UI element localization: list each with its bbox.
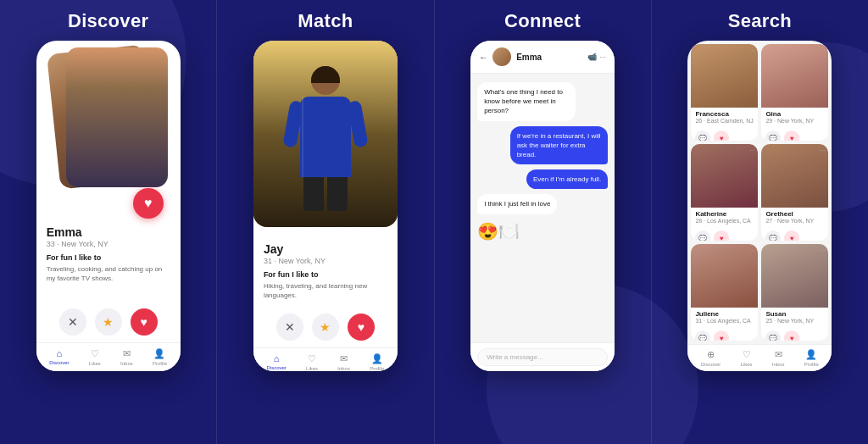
search-card-3-info: Katherine 28 · Los Angeles, CA [691, 208, 758, 228]
msg-emoji: 😍🍽️ [477, 219, 520, 243]
nav-profile[interactable]: 👤 Profile [153, 348, 167, 366]
search-nav-likes[interactable]: ♡ Likes [741, 349, 753, 367]
video-icon[interactable]: 📹 [587, 53, 597, 61]
search-card-2: ··· Gina 29 · New York, NY 💬 ♥ [761, 44, 828, 141]
connect-section: Connect ← Emma 📹 ··· What's one thing I … [435, 0, 651, 444]
discover-section: Discover ♥ Emma 33 · New York, NY For fu… [0, 0, 216, 444]
home-icon: ⌂ [57, 348, 63, 358]
nav-inbox-label: Inbox [120, 361, 133, 366]
search-card-2-actions: 💬 ♥ [761, 128, 828, 141]
search-card-6-dots[interactable]: ··· [820, 247, 826, 254]
search-card-4-age: 27 · New York, NY [765, 218, 824, 224]
card2-chat-btn[interactable]: 💬 [765, 130, 781, 141]
connect-title: Connect [504, 10, 581, 32]
search-grid: ··· Francesca 26 · East Camden, NJ 💬 ♥ ·… [687, 41, 832, 344]
match-tagline: For fun I like to [264, 270, 387, 279]
figure-leg-left [303, 177, 324, 211]
card3-chat-btn[interactable]: 💬 [695, 230, 710, 241]
match-nav-profile[interactable]: 👤 Profile [370, 353, 384, 371]
match-phone: Jay 31 · New York, NY For fun I like to … [253, 41, 398, 371]
search-nav-inbox[interactable]: ✉ Inbox [772, 349, 785, 367]
profile-age-location: 33 · New York, NY [47, 240, 170, 248]
search-card-4-dots[interactable]: ··· [820, 147, 826, 154]
discover-title: Discover [68, 10, 148, 32]
search-nav-profile[interactable]: 👤 Profile [804, 349, 819, 367]
search-section: Search ··· Francesca 26 · East Camden, N… [652, 0, 868, 444]
figure-head [311, 66, 340, 95]
card6-heart-btn[interactable]: ♥ [784, 330, 799, 341]
figure-legs [292, 177, 359, 211]
heart-button[interactable]: ♥ [133, 188, 164, 219]
search-inbox-icon: ✉ [775, 349, 782, 360]
chat-messages: What's one thing I need to know before w… [470, 74, 615, 342]
match-nav-inbox[interactable]: ✉ Inbox [337, 353, 350, 371]
search-card-5-age: 31 · Los Angeles, CA [695, 318, 754, 324]
match-like-button[interactable]: ♥ [348, 314, 375, 341]
search-nav-discover-label: Discover [701, 362, 721, 367]
card1-heart-btn[interactable]: ♥ [714, 130, 729, 141]
match-nav-likes[interactable]: ♡ Likes [306, 353, 318, 371]
match-nav-profile-label: Profile [370, 366, 384, 371]
match-home-icon: ⌂ [274, 353, 280, 364]
search-profile-icon: 👤 [805, 349, 817, 360]
search-card-6-name: Susan [765, 310, 824, 318]
chat-dots-icon[interactable]: ··· [600, 53, 607, 61]
chat-action-icons: 📹 ··· [587, 53, 607, 61]
msg-4: I think I just fell in love [477, 194, 557, 214]
search-card-2-img [761, 44, 828, 108]
match-superlike-button[interactable]: ★ [312, 314, 339, 341]
search-card-2-dots[interactable]: ··· [820, 47, 826, 54]
msg-2: If we're in a restaurant, I will ask the… [510, 126, 609, 165]
search-nav-likes-label: Likes [741, 362, 753, 367]
nav-likes[interactable]: ♡ Likes [89, 348, 101, 366]
search-nav-inbox-label: Inbox [772, 362, 785, 367]
figure-leg-right [327, 177, 348, 211]
profile-name: Emma [47, 225, 170, 239]
back-icon[interactable]: ← [479, 53, 487, 62]
card4-chat-btn[interactable]: 💬 [765, 230, 781, 241]
search-nav-discover[interactable]: ⊕ Discover [701, 349, 721, 367]
match-bottom-nav: ⌂ Discover ♡ Likes ✉ Inbox 👤 Profile [253, 347, 398, 371]
card4-heart-btn[interactable]: ♥ [784, 230, 799, 241]
nav-likes-label: Likes [89, 361, 101, 366]
search-card-1-img [691, 44, 758, 108]
search-card-3-dots[interactable]: ··· [749, 147, 755, 154]
search-card-2-name: Gina [765, 110, 824, 118]
card6-chat-btn[interactable]: 💬 [765, 330, 781, 341]
match-dislike-button[interactable]: ✕ [276, 314, 303, 341]
card5-heart-btn[interactable]: ♥ [714, 330, 729, 341]
dislike-button[interactable]: ✕ [59, 308, 86, 336]
nav-discover[interactable]: ⌂ Discover [49, 348, 69, 366]
profile-cards: ♥ [36, 41, 181, 210]
search-card-5-name: Juliene [695, 310, 754, 318]
match-title: Match [298, 10, 353, 32]
match-photo-inner [253, 41, 398, 227]
search-card-4-actions: 💬 ♥ [761, 228, 828, 241]
match-nav-discover[interactable]: ⌂ Discover [266, 353, 286, 371]
nav-discover-label: Discover [49, 360, 69, 365]
search-card-1-age: 26 · East Camden, NJ [695, 118, 754, 124]
search-card-5-info: Juliene 31 · Los Angeles, CA [691, 308, 758, 328]
chat-input[interactable]: Write a message... [477, 348, 608, 366]
match-profile-icon: 👤 [371, 353, 383, 364]
card2-heart-btn[interactable]: ♥ [784, 130, 799, 141]
card3-heart-btn[interactable]: ♥ [714, 230, 729, 241]
search-card-5-dots[interactable]: ··· [749, 247, 755, 254]
match-figure [292, 58, 359, 227]
figure-arm-left [282, 100, 303, 148]
nav-inbox[interactable]: ✉ Inbox [120, 348, 133, 366]
search-bottom-nav: ⊕ Discover ♡ Likes ✉ Inbox 👤 Profile [687, 344, 832, 371]
search-card-5-img [691, 244, 758, 308]
search-card-1-dots[interactable]: ··· [749, 47, 755, 54]
search-card-4-img [761, 144, 828, 208]
profile-icon: 👤 [153, 348, 165, 359]
action-buttons: ✕ ★ ♥ [36, 302, 181, 342]
card5-chat-btn[interactable]: 💬 [695, 330, 710, 341]
match-age-location: 31 · New York, NY [264, 257, 387, 265]
figure-body [300, 97, 351, 177]
match-nav-likes-label: Likes [306, 366, 318, 371]
like-button[interactable]: ♥ [131, 308, 158, 336]
card1-chat-btn[interactable]: 💬 [695, 130, 710, 141]
superlike-button[interactable]: ★ [95, 308, 122, 336]
search-card-2-info: Gina 29 · New York, NY [761, 108, 828, 128]
